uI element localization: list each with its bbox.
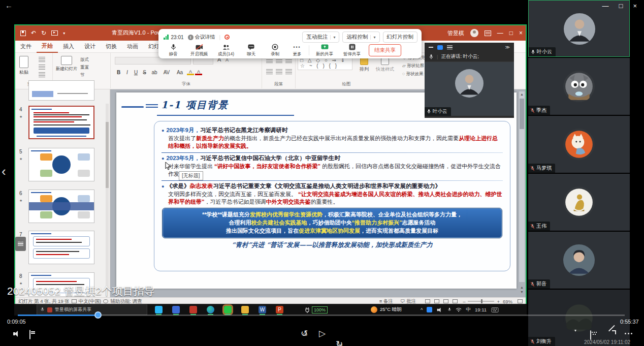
slideshow-view-icon[interactable] (453, 299, 458, 303)
taskbar-app-red-icon[interactable] (189, 306, 197, 313)
window-minimize-button[interactable]: — (602, 2, 609, 10)
display-settings-icon[interactable] (72, 299, 77, 303)
layout-button[interactable]: 版式 (80, 57, 89, 63)
char-spacing-button[interactable]: AV (160, 70, 173, 75)
canvas-scrollbar[interactable]: ▲ (519, 91, 525, 282)
shapes-gallery-row2[interactable]: ☆ ~ ( ) { } (300, 63, 350, 69)
align-left-icon[interactable] (266, 69, 273, 74)
undo-icon[interactable]: ↶ (31, 29, 36, 37)
weather-icon[interactable] (371, 306, 377, 313)
ppt-account-name[interactable]: 管昱棋 (447, 29, 464, 37)
tab-animations[interactable]: 动画 (122, 41, 143, 52)
copy-icon[interactable] (39, 65, 45, 70)
ribbon-display-options-icon[interactable] (485, 30, 491, 36)
tray-clock[interactable]: 19:11 (475, 307, 487, 312)
more-button[interactable]: ••• 更多 (287, 44, 307, 57)
participant-tile[interactable]: 郭音 (528, 232, 630, 289)
taskbar-folder-icon[interactable] (241, 306, 249, 313)
align-center-icon[interactable] (276, 69, 282, 74)
progress-handle[interactable] (94, 311, 102, 319)
tray-mic-icon[interactable] (447, 307, 452, 312)
player-list-button[interactable] (15, 237, 26, 251)
taskbar-wechat-icon[interactable] (224, 306, 232, 313)
reset-button[interactable]: 重置 (80, 65, 89, 71)
panel-layout-icon[interactable] (437, 45, 443, 50)
zoom-slider[interactable] (468, 301, 494, 302)
slide-thumb-4[interactable] (28, 106, 94, 139)
zoom-in-button[interactable]: + (497, 299, 500, 304)
zoom-level[interactable]: 69% (503, 299, 512, 304)
bold-button[interactable]: B (115, 70, 122, 75)
ppt-minimize-button[interactable]: — (497, 29, 503, 37)
tray-app-icon[interactable] (427, 307, 432, 312)
strikethrough-button[interactable]: S (141, 70, 148, 75)
rewind-10-button[interactable]: ↺10 (301, 328, 644, 339)
more-options-button[interactable] (625, 333, 632, 334)
chat-button[interactable]: 聊天 (239, 44, 263, 57)
subtitle-button[interactable] (590, 331, 591, 340)
taskbar-app-media-icon[interactable] (155, 306, 163, 313)
save-icon[interactable] (20, 30, 26, 36)
bullet-list-icon[interactable] (266, 58, 273, 63)
numbered-list-icon[interactable] (276, 58, 282, 63)
indent-icon[interactable] (285, 58, 292, 63)
remote-control-button[interactable]: 远程控制▾ (342, 32, 379, 43)
mute-button[interactable]: 静音 (162, 44, 185, 57)
meeting-detail-link[interactable]: 会议详情 (195, 34, 215, 41)
format-painter-icon[interactable] (39, 72, 45, 77)
speaker-video-tile[interactable]: 叶小云 (425, 62, 514, 116)
battery-level[interactable]: 100% (312, 306, 328, 313)
tab-home[interactable]: 开始 (37, 40, 58, 53)
tab-insert[interactable]: 插入 (58, 41, 79, 52)
taskbar-edge-icon[interactable] (207, 306, 214, 313)
tray-expand-icon[interactable]: ^ (421, 307, 423, 312)
reading-view-icon[interactable] (443, 299, 448, 303)
change-case-button[interactable]: Aa (174, 70, 186, 75)
ppt-restore-button[interactable]: □ (509, 29, 513, 37)
tab-design[interactable]: 设计 (79, 41, 101, 52)
tab-transitions[interactable]: 切换 (101, 41, 122, 52)
slide-thumb-7[interactable] (28, 231, 94, 264)
highlight-color-button[interactable]: A (187, 69, 194, 75)
camera-button[interactable]: 开启视频 (185, 44, 213, 57)
font-color-button[interactable]: A (195, 69, 202, 75)
participant-tile[interactable]: 马梦琪 (528, 116, 630, 173)
italic-button[interactable]: I (123, 70, 131, 75)
redo-icon[interactable]: ↻ (41, 29, 46, 37)
play-button[interactable]: ▷ (319, 328, 326, 339)
panel-list-icon[interactable] (447, 45, 453, 49)
pause-share-button[interactable]: 暂停共享 (338, 44, 366, 57)
thumbnail-scrollbar[interactable] (106, 104, 109, 291)
members-button[interactable]: 成员(14) (213, 44, 239, 57)
start-slideshow-icon[interactable] (51, 30, 58, 36)
quick-styles-button[interactable]: 快速样式 (373, 58, 397, 73)
back-arrow-icon[interactable]: ← (5, 1, 13, 10)
tray-wifi-icon[interactable] (456, 307, 462, 312)
weather-text[interactable]: 25°C 晴朗 (380, 306, 402, 313)
tray-notification-icon[interactable] (492, 307, 499, 312)
notes-panel-button[interactable] (29, 330, 30, 339)
participant-tile[interactable]: 王伟 (528, 174, 630, 231)
align-right-icon[interactable] (285, 69, 292, 74)
forward-30-button[interactable]: ↻30 (336, 339, 644, 346)
tray-volume-icon[interactable] (437, 307, 443, 312)
screen-share-indicator[interactable]: 管昱棋的屏幕共享 (37, 304, 147, 315)
panel-expand-icon[interactable]: ≫ (505, 45, 510, 50)
paste-button[interactable]: 粘贴 (19, 56, 28, 76)
text-shadow-button[interactable]: ab (149, 70, 159, 75)
slide-thumb-3-partial[interactable] (28, 80, 94, 101)
slide-thumbnail-pane[interactable]: 4 ★ 5 ★ (15, 89, 110, 297)
slide-thumb-5[interactable] (28, 148, 94, 181)
arrange-button[interactable]: 排列 (357, 58, 372, 73)
slide-nav-arrows[interactable]: ▲▼ (519, 285, 525, 294)
window-close-button[interactable]: × (633, 2, 637, 10)
progress-bar[interactable] (18, 314, 625, 316)
record-button[interactable]: 录制 (263, 44, 287, 57)
new-share-button[interactable]: 新的共享 (311, 44, 338, 57)
taskbar-app-blue-icon[interactable] (172, 306, 180, 313)
section-button[interactable]: 节 (80, 72, 89, 78)
end-share-button[interactable]: 结束共享 (369, 44, 401, 56)
tab-file[interactable]: 文件 (15, 41, 37, 52)
normal-view-icon[interactable] (425, 299, 430, 303)
panel-minimize-icon[interactable] (429, 47, 433, 48)
